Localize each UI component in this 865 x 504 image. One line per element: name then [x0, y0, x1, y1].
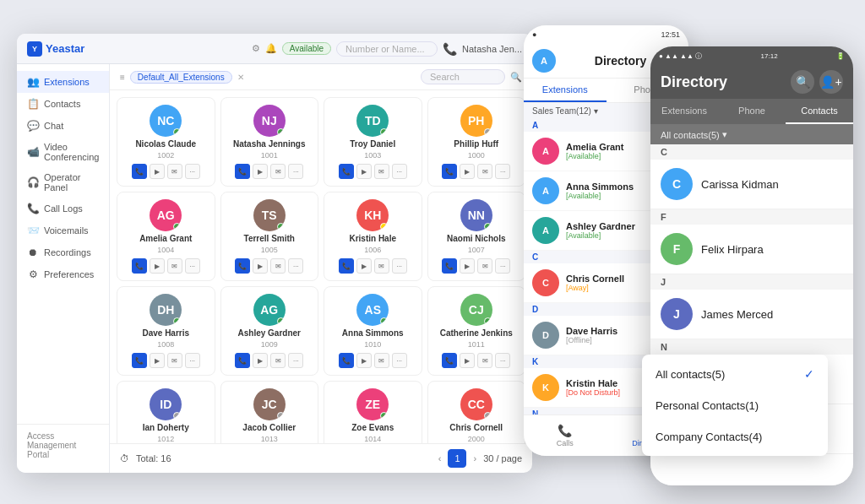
page-size-selector[interactable]: 30 / page: [483, 453, 522, 463]
more-button[interactable]: ···: [392, 164, 407, 179]
video-button[interactable]: ▶: [460, 353, 475, 368]
video-button[interactable]: ▶: [150, 164, 165, 179]
call-button[interactable]: 📞: [132, 258, 147, 274]
sidebar-item-voicemails[interactable]: 📨 Voicemails: [17, 219, 109, 241]
sidebar-item-operator[interactable]: 🎧 Operator Panel: [17, 167, 109, 198]
more-button[interactable]: ···: [392, 353, 407, 368]
call-button[interactable]: 📞: [339, 258, 354, 274]
contact-actions: 📞 ▶ ✉ ···: [339, 258, 407, 274]
contact-actions: 📞 ▶ ✉ ···: [442, 258, 510, 274]
sidebar-footer[interactable]: Access Management Portal: [17, 424, 109, 466]
more-button[interactable]: ···: [185, 258, 200, 274]
call-button[interactable]: 📞: [339, 353, 354, 368]
phone2-tab-phone[interactable]: Phone: [718, 99, 786, 124]
video-button[interactable]: ▶: [460, 164, 475, 179]
more-button[interactable]: ···: [185, 164, 200, 179]
video-button[interactable]: ▶: [253, 258, 268, 274]
contact-card-7: NN Naomi Nichols 1007 📞 ▶ ✉ ···: [427, 192, 526, 281]
dropdown-item-label: Company Contacts(4): [656, 431, 762, 443]
app-logo: Y Yeastar: [27, 41, 84, 57]
more-button[interactable]: ···: [392, 258, 407, 274]
message-button[interactable]: ✉: [477, 353, 492, 368]
more-button[interactable]: ···: [495, 164, 510, 179]
phone2-contact-item-0[interactable]: C Carissa Kidman: [650, 160, 853, 209]
contact-actions: 📞 ▶ ✉ ···: [235, 353, 303, 368]
message-button[interactable]: ✉: [374, 353, 389, 368]
message-button[interactable]: ✉: [374, 164, 389, 179]
phone2-contact-item-2[interactable]: J James Merced: [650, 290, 853, 339]
message-button[interactable]: ✉: [167, 164, 182, 179]
call-button[interactable]: 📞: [235, 353, 250, 368]
message-button[interactable]: ✉: [270, 258, 286, 274]
dropdown-item-2[interactable]: Company Contacts(4): [642, 421, 828, 453]
contact-actions: 📞 ▶ ✉ ···: [235, 164, 303, 179]
sidebar-label-preferences: Preferences: [44, 269, 94, 279]
more-button[interactable]: ···: [288, 258, 303, 274]
avatar-status-indicator: [277, 223, 285, 230]
more-button[interactable]: ···: [288, 164, 303, 179]
sidebar-item-chat[interactable]: 💬 Chat: [17, 115, 109, 137]
phone2-tab-contacts[interactable]: Contacts: [786, 99, 853, 124]
call-button[interactable]: 📞: [235, 164, 250, 179]
avatar-status-indicator: [277, 412, 285, 420]
video-button[interactable]: ▶: [150, 353, 165, 368]
phone1-tab-extensions[interactable]: Extensions: [524, 79, 607, 102]
video-button[interactable]: ▶: [356, 258, 372, 274]
page-1-button[interactable]: 1: [448, 449, 466, 468]
availability-status[interactable]: Available: [282, 42, 331, 55]
more-button[interactable]: ···: [495, 353, 510, 368]
total-count: Total: 16: [136, 453, 171, 463]
more-button[interactable]: ···: [288, 353, 303, 368]
sidebar-item-calllogs[interactable]: 📞 Call Logs: [17, 198, 109, 219]
sidebar-item-preferences[interactable]: ⚙ Preferences: [17, 263, 109, 285]
sidebar-item-extensions[interactable]: 👥 Extensions: [17, 71, 109, 93]
call-button[interactable]: 📞: [132, 164, 147, 179]
window-titlebar: Y Yeastar ⚙ 🔔 Available Number or Name..…: [17, 34, 532, 64]
video-button[interactable]: ▶: [253, 353, 268, 368]
sidebar-item-contacts[interactable]: 📋 Contacts: [17, 93, 109, 115]
sidebar-item-recordings[interactable]: ⏺ Recordings: [17, 241, 109, 263]
video-button[interactable]: ▶: [356, 164, 372, 179]
message-button[interactable]: ✉: [477, 164, 492, 179]
contact-actions: 📞 ▶ ✉ ···: [339, 164, 407, 179]
phone2-search-button[interactable]: 🔍: [791, 70, 814, 94]
message-button[interactable]: ✉: [167, 353, 182, 368]
sidebar-item-video[interactable]: 📹 Video Conferencing: [17, 137, 109, 167]
phone2-contact-name: James Merced: [701, 308, 773, 321]
phone2-left-status: ● ▲▲ ▲▲ ⓘ: [659, 51, 702, 61]
number-search-input[interactable]: Number or Name...: [336, 41, 438, 57]
dropdown-item-0[interactable]: All contacts(5) ✓: [642, 358, 828, 390]
contact-extension: 1007: [468, 246, 485, 254]
message-button[interactable]: ✉: [374, 258, 389, 274]
message-button[interactable]: ✉: [167, 258, 182, 274]
message-button[interactable]: ✉: [270, 164, 286, 179]
sidebar-label-recordings: Recordings: [44, 247, 91, 257]
phone2-add-button[interactable]: 👤+: [819, 70, 843, 94]
contact-extension: 1011: [468, 340, 485, 349]
message-button[interactable]: ✉: [477, 258, 492, 274]
call-button[interactable]: 📞: [442, 164, 457, 179]
phone2-tab-extensions[interactable]: Extensions: [650, 99, 718, 124]
phone2-contact-item-1[interactable]: F Felix Hirpara: [650, 225, 853, 274]
call-button[interactable]: 📞: [442, 258, 457, 274]
contact-extension: 1013: [261, 435, 278, 443]
video-button[interactable]: ▶: [460, 258, 475, 274]
phone2-section-header[interactable]: All contacts(5) ▾: [650, 125, 853, 144]
call-button[interactable]: 📞: [442, 353, 457, 368]
video-button[interactable]: ▶: [150, 258, 165, 274]
contact-avatar: CC: [460, 388, 492, 420]
video-button[interactable]: ▶: [253, 164, 268, 179]
contact-name: Zoe Evans: [351, 423, 394, 432]
call-button[interactable]: 📞: [235, 258, 250, 274]
more-button[interactable]: ···: [185, 353, 200, 368]
call-button[interactable]: 📞: [132, 353, 147, 368]
message-button[interactable]: ✉: [270, 353, 286, 368]
filter-tag[interactable]: Default_All_Extensions: [130, 71, 232, 84]
phone1-tab-calls[interactable]: 📞 Calls: [524, 420, 607, 451]
call-button[interactable]: 📞: [339, 164, 354, 179]
more-button[interactable]: ···: [495, 258, 510, 274]
video-button[interactable]: ▶: [356, 353, 372, 368]
search-contacts-input[interactable]: Search: [421, 69, 505, 84]
sidebar-label-video: Video Conferencing: [44, 142, 99, 162]
dropdown-item-1[interactable]: Personal Contacts(1): [642, 390, 828, 421]
